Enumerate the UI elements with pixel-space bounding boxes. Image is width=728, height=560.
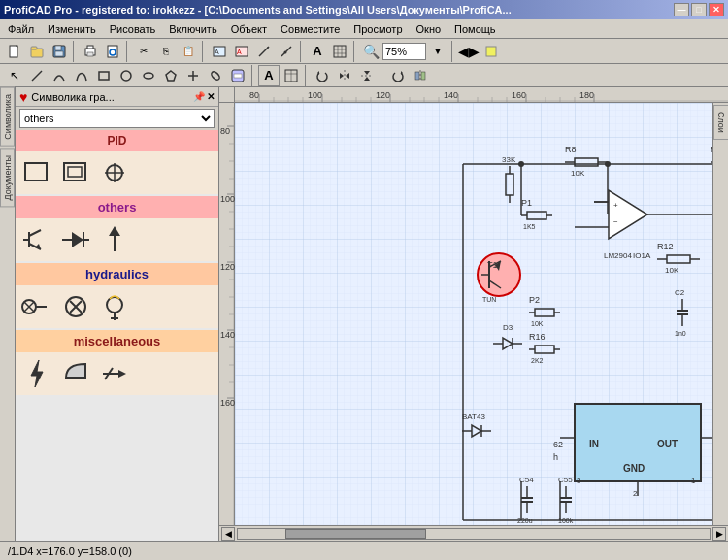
- sym-crosshair-icon[interactable]: [97, 155, 132, 190]
- table-button[interactable]: [329, 41, 350, 62]
- sym4-button[interactable]: [276, 41, 297, 62]
- sym-transistor-icon[interactable]: [19, 222, 54, 257]
- svg-rect-48: [415, 72, 419, 80]
- horizontal-scrollbar[interactable]: ◀ ▶: [219, 525, 728, 541]
- svg-text:IO1A: IO1A: [633, 251, 651, 260]
- draw-sep-3: [381, 65, 384, 86]
- separator-3: [202, 41, 206, 62]
- sym-arrow-misc-icon[interactable]: [97, 356, 132, 391]
- sym-diode-icon[interactable]: [58, 222, 93, 257]
- cross-tool[interactable]: [182, 65, 204, 86]
- fill-tool[interactable]: [227, 65, 248, 86]
- circle-tool[interactable]: [116, 65, 137, 86]
- sym-lamp-icon[interactable]: [97, 289, 132, 324]
- svg-text:1: 1: [691, 477, 696, 485]
- symbol-panel: ♥ Символика гра... 📌 ✕ others PID hydrau…: [16, 87, 219, 541]
- save-button[interactable]: [49, 41, 70, 62]
- mirror-h-tool[interactable]: [334, 65, 355, 86]
- sym1-button[interactable]: A: [209, 41, 230, 62]
- menu-view[interactable]: Просмотр: [347, 21, 408, 37]
- text-button[interactable]: A: [307, 41, 328, 62]
- panel-close-icon[interactable]: ✕: [207, 91, 215, 102]
- title-text: ProfiCAD Pro - registered to: irokkezz -…: [4, 4, 512, 16]
- flip-tool[interactable]: [410, 65, 431, 86]
- preview-button[interactable]: [102, 41, 123, 62]
- sym-valve-icon[interactable]: [19, 289, 54, 324]
- mirror-v-tool[interactable]: [356, 65, 378, 86]
- menu-window[interactable]: Окно: [411, 21, 447, 37]
- maximize-button[interactable]: □: [691, 3, 707, 16]
- misc-header[interactable]: miscellaneous: [16, 330, 218, 352]
- zoom-dropdown-button[interactable]: ▼: [427, 41, 448, 62]
- canvas-area: 80 100 120 140 160 180: [219, 87, 728, 541]
- symbol-content: PID others: [16, 130, 218, 541]
- category-dropdown[interactable]: others PID hydraulics miscellaneous: [19, 109, 215, 128]
- scrollbar-thumb[interactable]: [285, 529, 427, 539]
- scroll-right-button[interactable]: ▶: [712, 527, 726, 541]
- sym3-button[interactable]: [253, 41, 275, 62]
- ellipse-tool[interactable]: [138, 65, 159, 86]
- sym2-button[interactable]: A: [231, 41, 252, 62]
- rotate-cw-tool[interactable]: [387, 65, 409, 86]
- sym-circle-x-icon[interactable]: [58, 289, 93, 324]
- panel-pin-icon[interactable]: 📌: [193, 91, 205, 102]
- close-button[interactable]: ✕: [709, 3, 724, 16]
- cut-button[interactable]: ✂: [133, 41, 154, 62]
- circuit-canvas[interactable]: R8 10K + − LM2904: [235, 103, 712, 525]
- arc-tool[interactable]: [49, 65, 70, 86]
- hydraulics-icons: [16, 285, 218, 328]
- sym-rect2-icon[interactable]: [58, 155, 93, 190]
- nav-button-1[interactable]: ◀▶: [458, 41, 480, 62]
- others-header[interactable]: others: [16, 196, 218, 218]
- sym-rect-icon[interactable]: [19, 155, 54, 190]
- rotate-ccw-tool[interactable]: [312, 65, 333, 86]
- svg-rect-3: [31, 47, 37, 49]
- menu-object[interactable]: Объект: [225, 21, 273, 37]
- zoom-input[interactable]: 75%: [382, 43, 426, 60]
- menu-file[interactable]: Файл: [2, 21, 40, 37]
- select-tool[interactable]: ↖: [4, 65, 25, 86]
- new-button[interactable]: [4, 41, 25, 62]
- copy-button[interactable]: ⎘: [155, 41, 177, 62]
- print-button[interactable]: [80, 41, 101, 62]
- menu-edit[interactable]: Изменить: [42, 21, 102, 37]
- scroll-left-button[interactable]: ◀: [221, 527, 235, 541]
- bezier-tool[interactable]: [71, 65, 92, 86]
- minimize-button[interactable]: —: [674, 3, 689, 16]
- table-tool[interactable]: [281, 65, 302, 86]
- menu-align[interactable]: Совместите: [275, 21, 346, 37]
- nav-button-2[interactable]: [480, 41, 502, 62]
- svg-point-74: [107, 297, 122, 313]
- sym-lightning-icon[interactable]: [19, 356, 54, 391]
- hydraulics-header[interactable]: hydraulics: [16, 263, 218, 285]
- symbols-tab[interactable]: Символика: [0, 87, 15, 147]
- rect-tool[interactable]: [93, 65, 115, 86]
- horizontal-ruler: 80 100 120 140 160 180: [219, 87, 728, 103]
- polygon-tool[interactable]: [160, 65, 182, 86]
- svg-marker-62: [72, 232, 83, 247]
- line-tool[interactable]: [26, 65, 48, 86]
- zoom-in-button[interactable]: 🔍: [360, 41, 381, 62]
- menu-draw[interactable]: Рисовать: [104, 21, 162, 37]
- title-bar: ProfiCAD Pro - registered to: irokkezz -…: [0, 0, 728, 19]
- open-button[interactable]: [26, 41, 48, 62]
- symbol-panel-title: Символика гра...: [31, 91, 114, 103]
- menu-include[interactable]: Включить: [163, 21, 222, 37]
- svg-text:180: 180: [579, 90, 594, 100]
- svg-rect-0: [10, 46, 17, 57]
- text-tool[interactable]: A: [258, 65, 280, 86]
- scrollbar-track[interactable]: [237, 528, 711, 540]
- panel-header-icons: 📌 ✕: [193, 91, 215, 102]
- paste-button[interactable]: 📋: [178, 41, 199, 62]
- documents-tab[interactable]: Документы: [0, 148, 15, 207]
- layers-tab[interactable]: Слои: [713, 105, 729, 140]
- sym-dome-icon[interactable]: [58, 356, 93, 391]
- svg-text:2K2: 2K2: [531, 357, 544, 364]
- pid-header[interactable]: PID: [16, 130, 218, 151]
- menu-help[interactable]: Помощь: [448, 21, 502, 37]
- svg-text:LM2904: LM2904: [604, 251, 632, 260]
- sym-arrow-up-icon[interactable]: [97, 222, 132, 257]
- diamond-tool[interactable]: [205, 65, 226, 86]
- separator-5: [353, 41, 357, 62]
- main-toolbar: ✂ ⎘ 📋 A A A 🔍 75% ▼ ◀▶: [0, 39, 728, 64]
